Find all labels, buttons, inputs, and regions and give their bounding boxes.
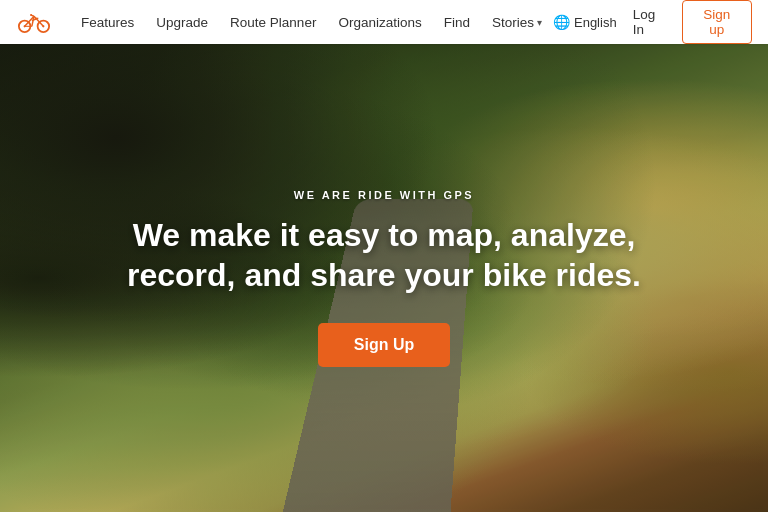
navbar: Features Upgrade Route Planner Organizat… [0, 0, 768, 44]
logo[interactable] [16, 10, 52, 34]
nav-right: 🌐 English Log In Sign up [553, 0, 752, 44]
login-button[interactable]: Log In [627, 7, 672, 37]
hero-eyebrow: WE ARE RIDE WITH GPS [124, 189, 644, 201]
language-selector[interactable]: 🌐 English [553, 14, 617, 30]
hero-cta-button[interactable]: Sign Up [318, 323, 450, 367]
nav-item-features[interactable]: Features [70, 0, 145, 44]
nav-item-organizations[interactable]: Organizations [327, 0, 432, 44]
nav-item-upgrade[interactable]: Upgrade [145, 0, 219, 44]
nav-item-stories[interactable]: Stories ▾ [481, 0, 553, 44]
nav-item-route-planner[interactable]: Route Planner [219, 0, 327, 44]
chevron-down-icon: ▾ [537, 17, 542, 28]
stories-label: Stories [492, 15, 534, 30]
nav-links: Features Upgrade Route Planner Organizat… [70, 0, 553, 44]
signup-button[interactable]: Sign up [682, 0, 752, 44]
hero-section: WE ARE RIDE WITH GPS We make it easy to … [0, 44, 768, 512]
language-label: English [574, 15, 617, 30]
hero-content: WE ARE RIDE WITH GPS We make it easy to … [124, 189, 644, 367]
nav-item-find[interactable]: Find [433, 0, 481, 44]
hero-title: We make it easy to map, analyze, record,… [124, 215, 644, 295]
globe-icon: 🌐 [553, 14, 570, 30]
svg-line-10 [32, 19, 36, 20]
